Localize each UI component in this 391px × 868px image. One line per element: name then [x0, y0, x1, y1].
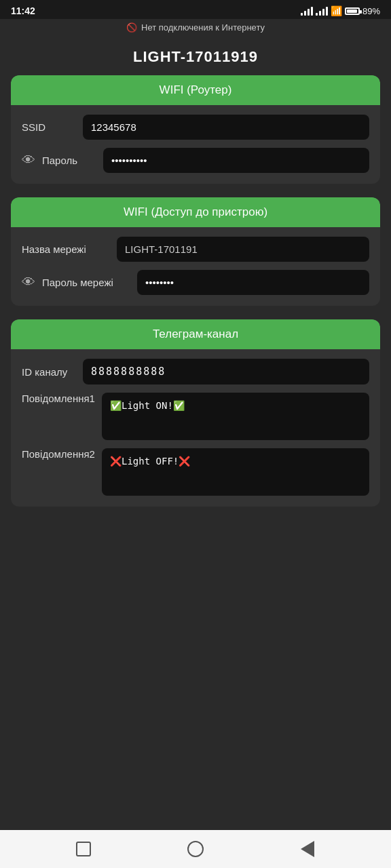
message2-input[interactable]: [102, 448, 369, 496]
battery-icon: [345, 7, 360, 15]
ssid-row: SSID: [22, 115, 369, 140]
network-name-input[interactable]: [117, 237, 369, 262]
signal-icon: [301, 6, 313, 16]
no-internet-text: Нет подключения к Интернету: [141, 22, 265, 33]
message1-input[interactable]: [102, 393, 369, 440]
battery-percent: 89%: [362, 6, 380, 16]
status-time: 11:42: [11, 5, 35, 16]
telegram-card: Телеграм-канал ID каналу Повідомлення1 П…: [11, 319, 380, 507]
channel-id-input[interactable]: [83, 359, 369, 384]
circle-icon: [187, 841, 204, 857]
network-name-label: Назва мережі: [22, 243, 110, 255]
ssid-label: SSID: [22, 121, 76, 133]
status-bar: 11:42 📶 89%: [0, 0, 391, 19]
eye-icon[interactable]: 👁: [22, 153, 35, 168]
message2-row: Повідомлення2: [22, 448, 369, 496]
square-button[interactable]: [73, 838, 94, 860]
wifi-router-card: WIFI (Роутер) SSID 👁 Пароль: [11, 75, 380, 184]
message2-label: Повідомлення2: [22, 448, 95, 460]
network-password-label: Пароль мережі: [42, 277, 130, 288]
signal-icon-2: [316, 6, 328, 16]
password-label: Пароль: [42, 155, 96, 166]
wifi-device-card: WIFI (Доступ до пристрою) Назва мережі 👁…: [11, 197, 380, 306]
triangle-icon: [301, 841, 314, 857]
no-internet-icon: 🚫: [126, 22, 137, 33]
circle-button[interactable]: [185, 838, 206, 860]
channel-id-label: ID каналу: [22, 366, 76, 378]
telegram-header: Телеграм-канал: [11, 319, 380, 349]
wifi-device-body: Назва мережі 👁 Пароль мережі: [11, 227, 380, 306]
network-password-row: 👁 Пароль мережі: [22, 270, 369, 295]
wifi-router-header: WIFI (Роутер): [11, 75, 380, 105]
password-row: 👁 Пароль: [22, 148, 369, 173]
main-content: LIGHT-17011919 WIFI (Роутер) SSID 👁 Паро…: [0, 36, 391, 830]
back-button[interactable]: [297, 838, 318, 860]
message1-row: Повідомлення1: [22, 393, 369, 440]
telegram-body: ID каналу Повідомлення1 Повідомлення2: [11, 349, 380, 507]
channel-id-row: ID каналу: [22, 359, 369, 384]
network-password-input[interactable]: [137, 270, 369, 295]
network-eye-icon[interactable]: 👁: [22, 275, 35, 290]
message1-label: Повідомлення1: [22, 393, 95, 404]
no-internet-bar: 🚫 Нет подключения к Интернету: [0, 19, 391, 36]
status-icons: 📶 89%: [301, 5, 380, 16]
wifi-device-header: WIFI (Доступ до пристрою): [11, 197, 380, 227]
bottom-nav: [0, 830, 391, 868]
wifi-router-body: SSID 👁 Пароль: [11, 105, 380, 184]
page-title: LIGHT-17011919: [11, 36, 380, 75]
ssid-input[interactable]: [83, 115, 369, 140]
password-input[interactable]: [103, 148, 369, 173]
square-icon: [76, 842, 91, 856]
network-name-row: Назва мережі: [22, 237, 369, 262]
wifi-icon: 📶: [331, 5, 342, 16]
